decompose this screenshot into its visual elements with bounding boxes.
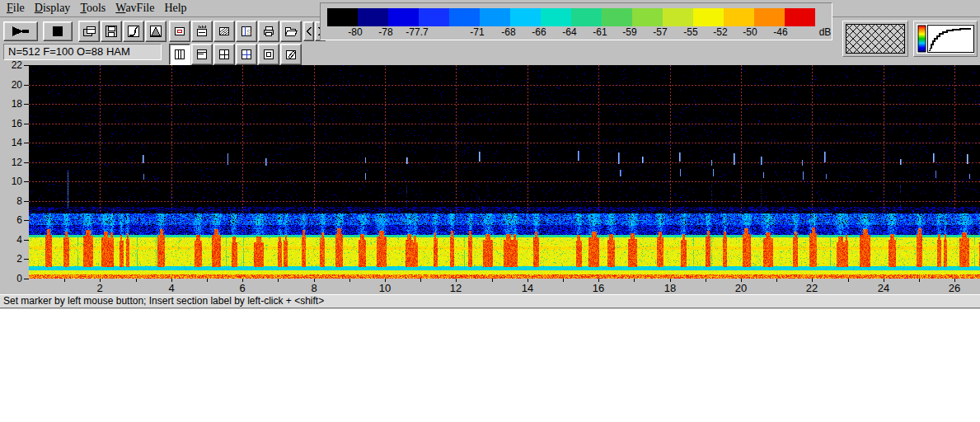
colorbar-segment bbox=[327, 8, 358, 26]
layout-hlines-button[interactable] bbox=[191, 44, 213, 65]
colorbar-label: -57 bbox=[653, 26, 667, 38]
colorbar-label: -80 bbox=[348, 26, 362, 38]
y-tick-label: 18 bbox=[12, 98, 22, 110]
x-tick-label: 6 bbox=[239, 282, 245, 294]
colorbar-label: -59 bbox=[622, 26, 636, 38]
status-text: Set marker by left mouse button; Insert … bbox=[3, 295, 324, 307]
x-tick-label: 26 bbox=[949, 282, 960, 294]
peak-display-button[interactable] bbox=[145, 21, 166, 42]
layout-grid-button[interactable] bbox=[213, 44, 235, 65]
x-tick-label: 14 bbox=[522, 282, 533, 294]
x-tick-mark bbox=[278, 279, 279, 282]
y-tick-label: 4 bbox=[16, 234, 22, 246]
x-tick-mark bbox=[492, 279, 493, 282]
overview-crosshatch-panel bbox=[842, 21, 908, 57]
prev-button[interactable] bbox=[303, 21, 314, 41]
colorbar-segment bbox=[663, 8, 693, 26]
y-tick-label: 16 bbox=[12, 118, 22, 129]
y-tick-label: 6 bbox=[16, 214, 22, 226]
layout-vbars-button[interactable] bbox=[169, 44, 190, 65]
x-tick-label: 2 bbox=[96, 282, 102, 294]
colorbar-segment bbox=[724, 8, 754, 26]
copy-window-button[interactable] bbox=[78, 21, 100, 42]
menu-item-tools[interactable]: Tools bbox=[75, 1, 110, 16]
y-tick-label: 20 bbox=[12, 79, 22, 91]
colorbar-label: -55 bbox=[683, 26, 697, 38]
x-tick-mark bbox=[207, 279, 208, 282]
status-bar: Set marker by left mouse button; Insert … bbox=[0, 294, 980, 308]
display-pattern-button[interactable] bbox=[213, 21, 235, 42]
y-tick-label: 14 bbox=[12, 137, 22, 148]
colorbar-segment bbox=[754, 8, 785, 26]
db-colorbar-panel: -80-78-77.7-71-68-66-64-61-59-57-55-52-5… bbox=[320, 2, 832, 40]
colorbar-segment bbox=[419, 8, 449, 26]
colorbar-label: -68 bbox=[501, 26, 515, 38]
display-scale-button[interactable] bbox=[191, 21, 213, 42]
menu-item-wavfile[interactable]: WavFile bbox=[110, 1, 159, 16]
display-section-button[interactable]: S bbox=[236, 21, 257, 42]
x-tick-label: 18 bbox=[664, 282, 676, 294]
x-tick-mark bbox=[776, 279, 777, 282]
db-colorbar bbox=[327, 8, 815, 26]
colorbar-segment bbox=[541, 8, 571, 26]
colorbar-segment bbox=[510, 8, 541, 26]
colorbar-segment bbox=[449, 8, 480, 26]
y-axis: 2220181614121086420 bbox=[0, 65, 29, 279]
x-tick-label: 24 bbox=[878, 282, 889, 294]
x-tick-label: 10 bbox=[379, 282, 391, 294]
menu-item-file[interactable]: File bbox=[2, 1, 30, 16]
menu-item-help[interactable]: Help bbox=[159, 1, 191, 16]
stop-button[interactable] bbox=[43, 21, 73, 41]
x-tick-mark bbox=[563, 279, 564, 282]
x-tick-label: 22 bbox=[806, 282, 818, 294]
x-tick-mark bbox=[349, 279, 350, 282]
gain-curve-button[interactable] bbox=[123, 21, 144, 42]
x-tick-label: 16 bbox=[593, 282, 604, 294]
colorbar-label: -52 bbox=[713, 26, 727, 38]
play-button[interactable] bbox=[3, 21, 38, 41]
y-tick-label: 8 bbox=[16, 195, 22, 207]
x-tick-label: 20 bbox=[735, 282, 747, 294]
colorbar-label: -71 bbox=[470, 26, 484, 38]
y-tick-label: 10 bbox=[12, 176, 22, 187]
colorbar-segment bbox=[571, 8, 602, 26]
open-file-button[interactable] bbox=[280, 21, 302, 42]
x-tick-mark bbox=[64, 279, 65, 282]
spectrogram-canvas[interactable] bbox=[29, 65, 980, 279]
colorbar-label: -46 bbox=[773, 26, 787, 38]
x-tick-mark bbox=[706, 279, 706, 282]
y-tick-label: 0 bbox=[16, 273, 22, 284]
colorbar-label: -64 bbox=[562, 26, 576, 38]
transfer-curve bbox=[917, 24, 974, 54]
save-button[interactable] bbox=[101, 21, 122, 42]
colorbar-segment bbox=[785, 8, 815, 26]
x-tick-label: 8 bbox=[311, 282, 317, 294]
spectrogram-app-window: FileDisplayToolsWavFileHelp N=512 F=100 … bbox=[0, 0, 980, 309]
x-tick-mark bbox=[420, 279, 421, 282]
display-box-button[interactable] bbox=[169, 21, 190, 42]
y-tick-label: 2 bbox=[16, 253, 22, 265]
print-button[interactable] bbox=[258, 21, 279, 42]
y-tick-label: 12 bbox=[12, 157, 22, 168]
db-colorbar-labels: -80-78-77.7-71-68-66-64-61-59-57-55-52-5… bbox=[327, 26, 827, 40]
colorbar-segment bbox=[480, 8, 510, 26]
annotate-button[interactable] bbox=[280, 44, 302, 65]
colorbar-label: -77.7 bbox=[406, 26, 428, 38]
colorbar-label: -78 bbox=[378, 26, 392, 38]
x-tick-mark bbox=[634, 279, 635, 282]
y-tick-label: 22 bbox=[12, 59, 22, 71]
menu-item-display[interactable]: Display bbox=[30, 1, 76, 16]
colorbar-segment bbox=[693, 8, 724, 26]
colorbar-label: -61 bbox=[593, 26, 607, 38]
colorbar-segment bbox=[602, 8, 632, 26]
layout-frame-button[interactable] bbox=[258, 44, 279, 65]
colorbar-label: -66 bbox=[532, 26, 546, 38]
x-tick-label: 12 bbox=[450, 282, 462, 294]
colorbar-segment bbox=[358, 8, 388, 26]
colorbar-label: dB bbox=[819, 26, 832, 38]
x-axis: 2468101214161820222426 bbox=[29, 279, 980, 294]
colorbar-label: -50 bbox=[743, 26, 757, 38]
x-tick-label: 4 bbox=[168, 282, 174, 294]
layout-crosshair-button[interactable] bbox=[236, 44, 257, 65]
fft-params-field: N=512 F=100 O=88 HAM bbox=[3, 44, 162, 60]
